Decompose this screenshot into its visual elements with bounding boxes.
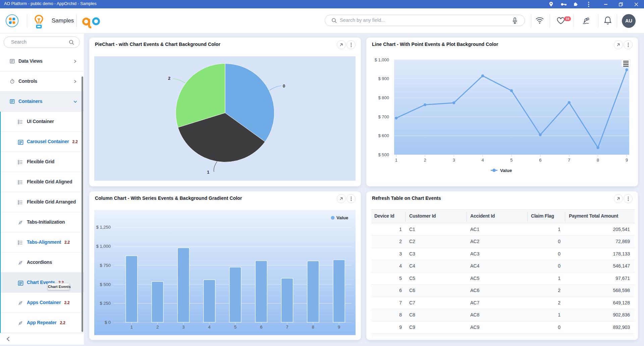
svg-text:4: 4 — [481, 158, 484, 163]
svg-text:$ 250: $ 250 — [100, 301, 111, 306]
svg-text:$ 600: $ 600 — [378, 133, 389, 138]
svg-text:5: 5 — [234, 325, 236, 330]
svg-text:9: 9 — [338, 325, 340, 330]
svg-text:3: 3 — [452, 158, 455, 163]
svg-text:3: 3 — [182, 325, 184, 330]
svg-text:$ 1,250: $ 1,250 — [96, 225, 111, 230]
svg-text:$ 700: $ 700 — [378, 114, 389, 119]
svg-text:$ 1,000: $ 1,000 — [375, 57, 389, 62]
svg-text:$ 750: $ 750 — [100, 263, 111, 268]
svg-text:1: 1 — [207, 170, 209, 175]
svg-text:$ 1,000: $ 1,000 — [96, 244, 111, 249]
svg-text:4: 4 — [208, 325, 211, 330]
svg-text:9: 9 — [626, 158, 628, 163]
svg-text:8: 8 — [597, 158, 599, 163]
svg-text:1: 1 — [130, 325, 133, 330]
svg-text:$ 500: $ 500 — [378, 152, 389, 157]
svg-text:$ 800: $ 800 — [378, 95, 389, 100]
svg-text:7: 7 — [568, 158, 570, 163]
svg-text:8: 8 — [312, 325, 314, 330]
svg-text:$ 500: $ 500 — [100, 282, 111, 287]
svg-text:$ 0: $ 0 — [105, 320, 111, 325]
svg-text:1: 1 — [395, 158, 397, 163]
svg-text:7: 7 — [286, 325, 288, 330]
svg-text:2: 2 — [424, 158, 426, 163]
svg-text:$ 900: $ 900 — [378, 76, 389, 81]
svg-text:6: 6 — [539, 158, 541, 163]
svg-text:Value: Value — [336, 215, 348, 220]
svg-text:2: 2 — [168, 76, 170, 81]
svg-text:2: 2 — [156, 325, 159, 330]
svg-text:6: 6 — [260, 325, 262, 330]
svg-text:0: 0 — [283, 83, 285, 89]
svg-text:Value: Value — [500, 168, 512, 173]
svg-text:5: 5 — [510, 158, 513, 163]
